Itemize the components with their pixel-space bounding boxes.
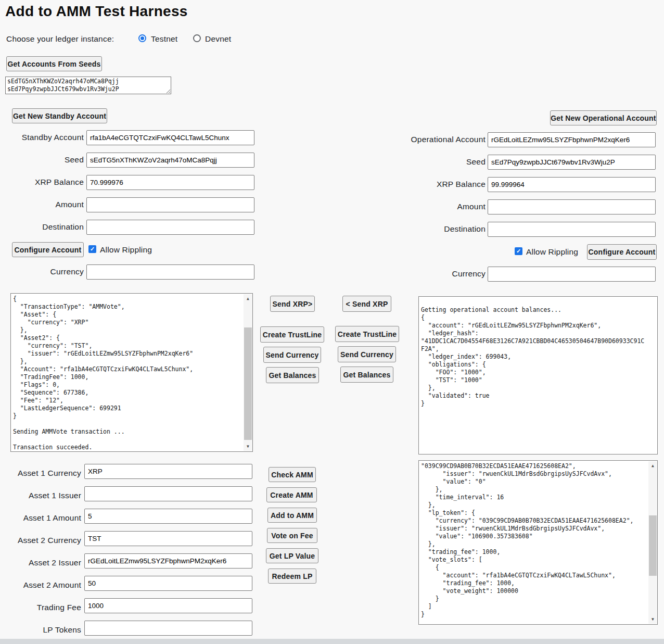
standby-create-trustline-button[interactable]: Create TrustLine — [260, 326, 324, 343]
trading-fee-label: Trading Fee — [0, 603, 81, 612]
check-icon: ✓ — [516, 248, 521, 254]
seeds-textarea[interactable]: sEdTG5nXThKWZoV2aqrh47oMCa8Pqjj sEd7Pqy9… — [5, 77, 171, 94]
get-accounts-from-seeds-button[interactable]: Get Accounts From Seeds — [6, 56, 102, 71]
scroll-down-icon[interactable]: ▼ — [648, 615, 657, 623]
devnet-radio[interactable] — [193, 34, 201, 42]
asset2-issuer-label: Asset 2 Issuer — [0, 558, 81, 567]
standby-xrp-balance-input[interactable] — [86, 175, 254, 190]
asset1-currency-input[interactable] — [84, 464, 252, 479]
standby-result-text: { "TransactionType": "AMMVote", "Asset":… — [13, 295, 242, 451]
operational-amount-label: Amount — [402, 202, 486, 211]
operational-xrp-balance-input[interactable] — [488, 177, 656, 192]
amm-result-console[interactable]: "039C99CD9AB0B70B32ECDA51EAAE471625608EA… — [418, 460, 658, 625]
operational-account-input[interactable] — [488, 132, 656, 147]
asset2-currency-input[interactable] — [84, 531, 252, 546]
scrollbar-thumb[interactable] — [649, 515, 657, 576]
operational-seed-label: Seed — [402, 157, 486, 167]
operational-seed-input[interactable] — [488, 155, 656, 170]
send-xrp-to-standby-button[interactable]: < Send XRP — [342, 296, 391, 312]
standby-amount-label: Amount — [1, 200, 84, 209]
operational-result-text: Getting operational account balances... … — [421, 298, 655, 408]
scrollbar-thumb[interactable] — [244, 327, 252, 440]
get-lp-value-button[interactable]: Get LP Value — [266, 548, 318, 563]
standby-xrp-balance-label: XRP Balance — [1, 178, 84, 187]
ledger-instance-prompt: Choose your ledger instance: — [6, 34, 114, 44]
operational-result-console[interactable]: Getting operational account balances... … — [418, 296, 658, 454]
asset1-issuer-input[interactable] — [84, 486, 252, 501]
standby-result-console[interactable]: { "TransactionType": "AMMVote", "Asset":… — [10, 293, 253, 452]
scroll-up-icon[interactable]: ▲ — [244, 295, 252, 302]
add-to-amm-button[interactable]: Add to AMM — [267, 508, 317, 523]
create-amm-button[interactable]: Create AMM — [266, 487, 317, 502]
standby-currency-input[interactable] — [86, 264, 254, 280]
check-icon: ✓ — [90, 246, 95, 252]
vote-on-fee-button[interactable]: Vote on Fee — [267, 528, 317, 543]
standby-send-currency-button[interactable]: Send Currency — [263, 347, 321, 363]
amm-result-text: "039C99CD9AB0B70B32ECDA51EAAE471625608EA… — [421, 462, 647, 618]
operational-currency-input[interactable] — [488, 267, 656, 282]
asset1-amount-input[interactable] — [84, 509, 252, 524]
asset2-currency-label: Asset 2 Currency — [0, 536, 81, 545]
scroll-up-icon[interactable]: ▲ — [648, 462, 657, 470]
asset2-amount-input[interactable] — [84, 576, 252, 591]
standby-seed-input[interactable] — [86, 153, 254, 168]
standby-allow-rippling-label[interactable]: Allow Rippling — [100, 245, 152, 255]
standby-destination-input[interactable] — [86, 220, 254, 235]
operational-send-currency-button[interactable]: Send Currency — [338, 346, 396, 362]
bottom-edge-strip — [0, 639, 664, 644]
standby-configure-account-button[interactable]: Configure Account — [12, 242, 84, 257]
operational-get-balances-button[interactable]: Get Balances — [340, 367, 393, 383]
page-title: Add to AMM Test Harness — [5, 3, 188, 20]
testnet-radio-label[interactable]: Testnet — [151, 34, 177, 44]
operational-destination-label: Destination — [402, 224, 486, 234]
asset1-amount-label: Asset 1 Amount — [0, 513, 81, 523]
standby-get-balances-button[interactable]: Get Balances — [266, 367, 319, 383]
scroll-down-icon[interactable]: ▼ — [244, 443, 252, 450]
redeem-lp-button[interactable]: Redeem LP — [268, 569, 316, 584]
standby-currency-label: Currency — [1, 267, 84, 276]
get-new-standby-account-button[interactable]: Get New Standby Account — [12, 108, 107, 123]
asset2-issuer-input[interactable] — [84, 553, 252, 569]
testnet-radio[interactable] — [138, 34, 146, 42]
asset2-amount-label: Asset 2 Amount — [0, 580, 81, 590]
lp-tokens-input[interactable] — [84, 621, 252, 636]
operational-allow-rippling-label[interactable]: Allow Rippling — [526, 247, 578, 257]
standby-amount-input[interactable] — [86, 197, 254, 212]
standby-result-scrollbar[interactable]: ▲ ▼ — [244, 294, 252, 451]
operational-xrp-balance-label: XRP Balance — [402, 180, 486, 189]
standby-allow-rippling-checkbox[interactable]: ✓ — [88, 245, 96, 253]
standby-account-label: Standby Account — [1, 133, 84, 142]
get-new-operational-account-button[interactable]: Get New Operational Account — [550, 110, 657, 125]
asset1-currency-label: Asset 1 Currency — [0, 469, 81, 478]
standby-account-input[interactable] — [86, 130, 254, 145]
devnet-radio-label[interactable]: Devnet — [205, 34, 231, 44]
standby-seed-label: Seed — [1, 155, 84, 165]
lp-tokens-label: LP Tokens — [0, 625, 81, 635]
standby-destination-label: Destination — [1, 222, 84, 232]
operational-create-trustline-button[interactable]: Create TrustLine — [335, 326, 399, 342]
operational-amount-input[interactable] — [488, 199, 656, 214]
operational-configure-account-button[interactable]: Configure Account — [587, 244, 657, 260]
check-amm-button[interactable]: Check AMM — [269, 467, 316, 482]
operational-allow-rippling-checkbox[interactable]: ✓ — [515, 247, 522, 255]
operational-currency-label: Currency — [402, 269, 486, 279]
asset1-issuer-label: Asset 1 Issuer — [0, 491, 81, 500]
amm-result-scrollbar[interactable]: ▲ ▼ — [648, 461, 657, 624]
operational-account-label: Operational Account — [402, 135, 486, 144]
operational-destination-input[interactable] — [488, 222, 656, 237]
trading-fee-input[interactable] — [84, 598, 252, 613]
send-xrp-to-operational-button[interactable]: Send XRP> — [270, 296, 315, 312]
